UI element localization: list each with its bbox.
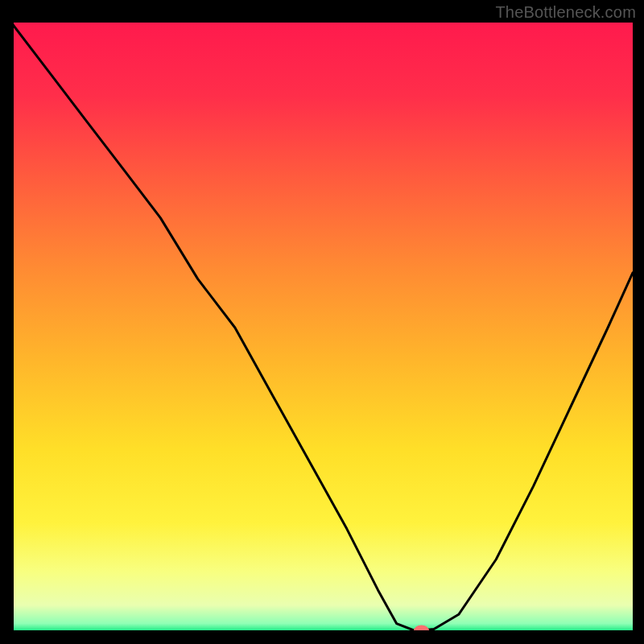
- chart-frame: TheBottleneck.com: [0, 0, 644, 644]
- plot-area: [11, 23, 633, 633]
- watermark-text: TheBottleneck.com: [495, 3, 636, 22]
- bottleneck-chart: [11, 23, 633, 633]
- gradient-background: [11, 23, 633, 633]
